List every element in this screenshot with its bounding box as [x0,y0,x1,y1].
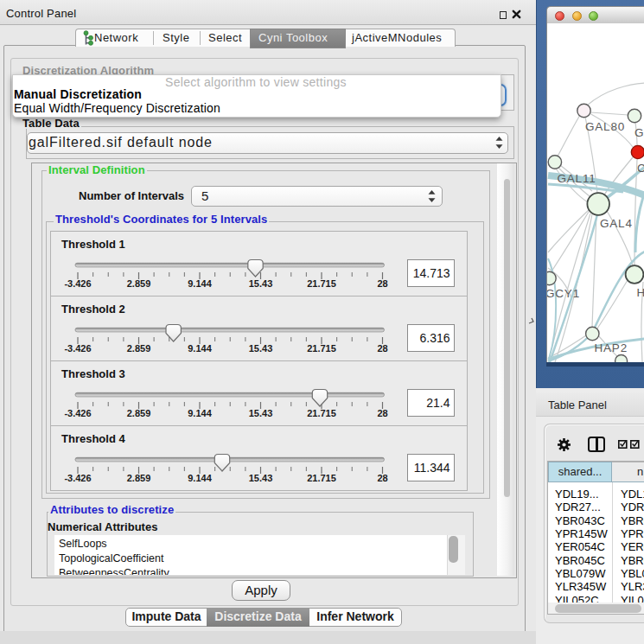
svg-text:28: 28 [377,278,387,289]
svg-text:9.144: 9.144 [188,473,212,483]
svg-text:9.144: 9.144 [188,408,212,418]
svg-text:2.859: 2.859 [127,408,151,418]
svg-text:28: 28 [377,408,387,418]
svg-text:28: 28 [377,343,387,354]
svg-text:HAP2: HAP2 [637,286,644,299]
svg-text:HAP2: HAP2 [595,341,628,354]
svg-text:GAL80: GAL80 [585,120,625,133]
svg-text:2.859: 2.859 [127,473,151,483]
svg-text:2.859: 2.859 [127,343,151,354]
svg-text:2.859: 2.859 [127,278,151,289]
svg-text:GAL4: GAL4 [600,217,633,230]
svg-text:21.715: 21.715 [307,473,336,483]
svg-text:-3.426: -3.426 [64,343,91,354]
svg-text:21.715: 21.715 [307,278,336,289]
svg-text:GCY1: GCY1 [546,287,580,300]
svg-text:GAL11: GAL11 [558,172,596,185]
svg-text:15.43: 15.43 [249,408,273,418]
svg-text:15.43: 15.43 [249,278,273,289]
svg-text:GAL1: GAL1 [634,126,644,139]
svg-text:21.715: 21.715 [307,343,336,354]
svg-text:9.144: 9.144 [188,343,212,354]
svg-text:-3.426: -3.426 [64,473,91,483]
svg-text:9.144: 9.144 [188,278,212,289]
svg-text:28: 28 [377,473,387,483]
svg-text:CDC2: CDC2 [637,162,644,175]
svg-text:-3.426: -3.426 [64,408,91,418]
svg-text:15.43: 15.43 [249,473,273,483]
svg-text:21.715: 21.715 [307,408,336,418]
svg-text:-3.426: -3.426 [64,278,91,289]
svg-text:15.43: 15.43 [249,343,273,354]
